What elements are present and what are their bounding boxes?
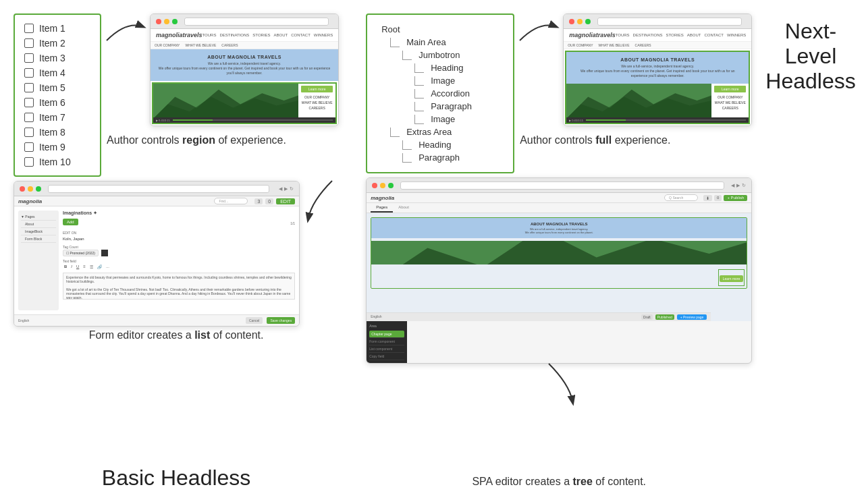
- learn-more-btn[interactable]: Learn more: [301, 86, 333, 92]
- spa-address[interactable]: [400, 181, 724, 190]
- learn-more-r[interactable]: Learn more: [714, 86, 746, 92]
- main-container: Item 1 Item 2 Item 3 Item 4: [14, 13, 850, 491]
- form-paging: 1/1: [290, 221, 295, 225]
- item-1-label: Item 1: [39, 23, 65, 34]
- maximize-dot[interactable]: [172, 19, 178, 24]
- hero-text: We are a full-service, independent trave…: [156, 61, 333, 76]
- site-logo: magnoliatravels: [156, 32, 202, 38]
- min-dot-r[interactable]: [577, 19, 583, 24]
- sec-nav-company: OUR COMPANY: [155, 43, 180, 47]
- tab-pages[interactable]: Pages: [371, 203, 393, 213]
- link-careers-r[interactable]: CAREERS: [714, 105, 746, 111]
- form-max[interactable]: [36, 186, 41, 192]
- item-9-checkbox[interactable]: [24, 142, 34, 152]
- link-believe[interactable]: WHAT WE BELIEVE: [301, 100, 333, 105]
- right-top-section: Root Main Area Jumbotron: [366, 13, 752, 173]
- tree-jumbotron: Jumbotron: [378, 49, 502, 61]
- link-company-r[interactable]: OUR COMPANY: [714, 94, 746, 100]
- item-4-checkbox[interactable]: [24, 68, 34, 78]
- sidebar-about[interactable]: About: [21, 221, 56, 228]
- link-careers[interactable]: CAREERS: [301, 105, 333, 111]
- top-browser-right: magnoliatravels TOURS DESTINATIONS STORI…: [563, 13, 752, 126]
- spa-sidebar-area-title: Area: [369, 324, 404, 328]
- form-min[interactable]: [28, 186, 33, 192]
- form-search[interactable]: Find...: [214, 198, 248, 204]
- form-add-btn[interactable]: Add: [63, 219, 78, 225]
- btn-bold[interactable]: B: [63, 264, 68, 270]
- edit-btn[interactable]: EDIT: [276, 198, 295, 204]
- item-7-checkbox[interactable]: [24, 113, 34, 122]
- spa-publish-btn[interactable]: + Publish: [724, 195, 747, 201]
- tag-field[interactable]: ☐ Promoted (2022): [63, 250, 99, 256]
- spa-min[interactable]: [380, 183, 385, 188]
- btn-link[interactable]: 🔗: [96, 264, 103, 270]
- save-btn[interactable]: Save changes: [267, 317, 295, 324]
- sec-careers-r: CAREERS: [635, 43, 651, 47]
- sidebar-pages[interactable]: ▼ Pages: [21, 213, 56, 221]
- spa-close[interactable]: [372, 183, 377, 188]
- jumbotron-label: Jumbotron: [418, 50, 460, 60]
- spa-preview-btn[interactable]: + Preview page: [677, 314, 707, 320]
- image-sidebar-r: Learn more OUR COMPANY WHAT WE BELIEVE C…: [566, 84, 749, 117]
- item-6-checkbox[interactable]: [24, 98, 34, 107]
- address-bar-r[interactable]: [597, 18, 742, 26]
- form-sidebar: ▼ Pages About ImageBlock Form Block: [18, 211, 59, 310]
- nav-item-tours: TOURS: [202, 33, 217, 37]
- text-content[interactable]: Experience the old beauty that permeates…: [63, 273, 295, 300]
- form-address[interactable]: [48, 185, 269, 193]
- list-item-9: Item 9: [24, 140, 90, 154]
- sidebar-formblock[interactable]: Form Block: [21, 235, 56, 243]
- icon-back[interactable]: ◀: [279, 186, 282, 192]
- item-8-checkbox[interactable]: [24, 128, 34, 137]
- spa-search[interactable]: Q Search: [664, 194, 698, 201]
- spa-sidebar-form[interactable]: Form component: [369, 338, 404, 345]
- spa-back[interactable]: ◀: [731, 183, 734, 188]
- spa-sidebar-list[interactable]: List component: [369, 345, 404, 353]
- btn-list[interactable]: ☰: [88, 264, 94, 270]
- btn-align[interactable]: ≡: [82, 264, 87, 270]
- spa-sidebar-copy[interactable]: Copy field: [369, 353, 404, 360]
- spa-learn-btn[interactable]: Learn more: [720, 275, 744, 282]
- btn-more[interactable]: ...: [105, 264, 111, 270]
- spa-max[interactable]: [388, 183, 394, 188]
- tree-connector-extras: [390, 128, 400, 137]
- spa-sidebar-chapter[interactable]: Chapter page: [369, 331, 404, 338]
- icon-forward[interactable]: ▶: [284, 186, 288, 192]
- paragraph-2-label: Paragraph: [418, 152, 460, 163]
- right-content: Root Main Area Jumbotron: [366, 13, 752, 473]
- browser-chrome: [151, 14, 338, 29]
- btn-italic[interactable]: I: [70, 264, 74, 270]
- item-5-label: Item 5: [39, 82, 65, 93]
- site-nav: magnoliatravels TOURS DESTINATIONS STORI…: [151, 29, 338, 42]
- spa-lang: English: [371, 314, 381, 320]
- form-logo: magnolia: [18, 198, 42, 204]
- close-dot[interactable]: [156, 19, 161, 24]
- browser-chrome-right: [564, 14, 751, 29]
- item-1-checkbox[interactable]: [24, 24, 34, 33]
- nav-item-about: ABOUT: [274, 33, 288, 37]
- nav-about-r: ABOUT: [687, 33, 701, 37]
- spa-sidebar: Area Chapter page Form component List co…: [367, 321, 407, 363]
- item-3-checkbox[interactable]: [24, 53, 34, 63]
- tab-about[interactable]: About: [393, 203, 414, 213]
- link-believe-r[interactable]: WHAT WE BELIEVE: [714, 100, 746, 105]
- tree-connector-heading1: [414, 63, 424, 73]
- item-10-checkbox[interactable]: [24, 157, 34, 167]
- close-dot-r[interactable]: [569, 19, 574, 24]
- sidebar-imageblock[interactable]: ImageBlock: [21, 228, 56, 235]
- spa-forward[interactable]: ▶: [736, 183, 740, 188]
- bottom-caption-left: Form editor creates a list of content.: [89, 329, 264, 341]
- item-list-box: Item 1 Item 2 Item 3 Item 4: [14, 13, 101, 177]
- form-close[interactable]: [20, 186, 25, 192]
- btn-underline[interactable]: U: [75, 264, 80, 270]
- address-bar[interactable]: [184, 18, 329, 26]
- tree-connector-jumbotron: [402, 51, 412, 60]
- cancel-btn[interactable]: Cancel: [246, 317, 263, 324]
- item-2-checkbox[interactable]: [24, 38, 34, 48]
- max-dot-r[interactable]: [585, 19, 591, 24]
- spa-refresh[interactable]: ↻: [742, 183, 746, 188]
- icon-refresh[interactable]: ↻: [290, 186, 294, 192]
- item-5-checkbox[interactable]: [24, 83, 34, 92]
- minimize-dot[interactable]: [164, 19, 169, 24]
- link-company[interactable]: OUR COMPANY: [301, 94, 333, 100]
